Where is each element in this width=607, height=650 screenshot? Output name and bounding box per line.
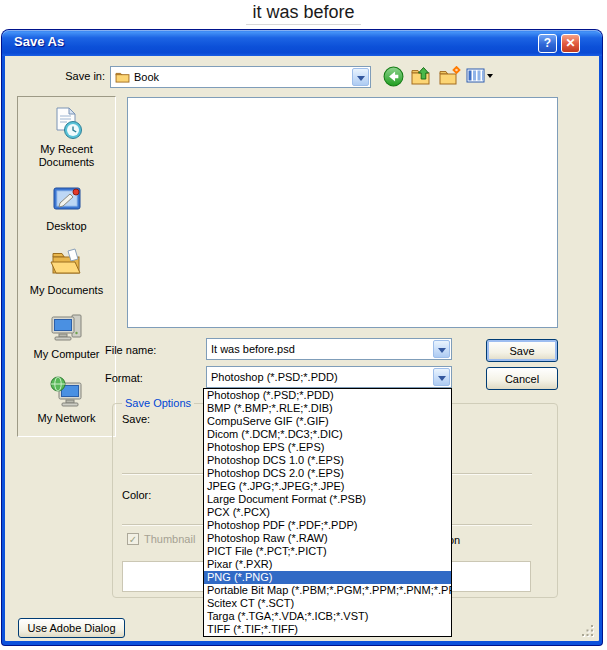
thumbnail-label: Thumbnail [144, 533, 195, 545]
thumbnail-checkbox: ✓ [127, 533, 139, 545]
format-option[interactable]: PICT File (*.PCT;*.PICT) [204, 545, 451, 558]
format-option[interactable]: Photoshop EPS (*.EPS) [204, 441, 451, 454]
my-network-icon [49, 375, 85, 409]
save-in-label: Save in: [33, 70, 105, 82]
format-option[interactable]: Photoshop Raw (*.RAW) [204, 532, 451, 545]
folder-icon [115, 71, 130, 83]
view-menu-icon[interactable] [465, 64, 495, 88]
resize-grip-icon[interactable] [581, 624, 595, 638]
format-option[interactable]: Photoshop DCS 1.0 (*.EPS) [204, 454, 451, 467]
save-button[interactable]: Save [486, 339, 558, 362]
format-value: Photoshop (*.PSD;*.PDD) [211, 371, 338, 383]
format-option[interactable]: PNG (*.PNG) [204, 571, 451, 584]
places-bar: My Recent Documents Desktop My Documents… [17, 96, 116, 437]
chevron-down-icon[interactable] [352, 68, 369, 86]
format-option[interactable]: Pixar (*.PXR) [204, 558, 451, 571]
format-option[interactable]: Portable Bit Map (*.PBM;*.PGM;*.PPM;*.PN… [204, 584, 451, 597]
format-dropdown-list: Photoshop (*.PSD;*.PDD)BMP (*.BMP;*.RLE;… [203, 388, 452, 637]
sidebar-item-label: Desktop [46, 220, 86, 233]
format-option[interactable]: Dicom (*.DCM;*.DC3;*.DIC) [204, 428, 451, 441]
format-option[interactable]: Targa (*.TGA;*.VDA;*.ICB;*.VST) [204, 610, 451, 623]
save-as-dialog: Save As ? ✕ Save in: Book [2, 30, 602, 645]
format-option[interactable]: BMP (*.BMP;*.RLE;*.DIB) [204, 402, 451, 415]
page-title: it was before [0, 2, 607, 25]
file-name-input[interactable] [206, 338, 452, 360]
format-combobox[interactable]: Photoshop (*.PSD;*.PDD) [206, 366, 452, 388]
format-option[interactable]: Photoshop (*.PSD;*.PDD) [204, 389, 451, 402]
sidebar-item-my-computer[interactable]: My Computer [21, 311, 113, 361]
file-name-field[interactable] [211, 340, 429, 358]
dialog-title: Save As [14, 34, 64, 49]
sidebar-item-my-recent-documents[interactable]: My Recent Documents [21, 106, 113, 169]
save-in-value: Book [134, 67, 159, 87]
create-new-folder-icon[interactable] [438, 64, 462, 88]
sidebar-item-label: My Documents [30, 284, 103, 297]
format-option[interactable]: Photoshop DCS 2.0 (*.EPS) [204, 467, 451, 480]
format-label: Format: [105, 372, 143, 384]
sidebar-item-label: My Network [37, 412, 95, 425]
save-sub-label: Save: [122, 413, 150, 425]
dialog-body: Save in: Book My Recent Documents [5, 56, 599, 641]
format-option[interactable]: JPEG (*.JPG;*.JPEG;*.JPE) [204, 480, 451, 493]
close-icon[interactable]: ✕ [561, 34, 580, 53]
sidebar-item-my-documents[interactable]: My Documents [21, 247, 113, 297]
sidebar-item-my-network[interactable]: My Network [21, 375, 113, 425]
file-name-label: File name: [105, 344, 156, 356]
use-adobe-dialog-button[interactable]: Use Adobe Dialog [18, 618, 125, 638]
sidebar-item-desktop[interactable]: Desktop [21, 183, 113, 233]
format-option[interactable]: Large Document Format (*.PSB) [204, 493, 451, 506]
format-option[interactable]: PCX (*.PCX) [204, 506, 451, 519]
help-icon[interactable]: ? [538, 34, 557, 53]
color-sub-label: Color: [122, 489, 151, 501]
format-option[interactable]: TIFF (*.TIF;*.TIFF) [204, 623, 451, 636]
sidebar-item-label: My Computer [33, 348, 99, 361]
desktop-icon [50, 183, 84, 217]
chevron-down-icon[interactable] [433, 340, 450, 358]
back-icon[interactable] [381, 64, 405, 88]
recent-documents-icon [50, 106, 84, 140]
format-option[interactable]: CompuServe GIF (*.GIF) [204, 415, 451, 428]
file-list-area[interactable] [127, 97, 558, 328]
my-computer-icon [49, 311, 85, 345]
dialog-titlebar[interactable]: Save As ? ✕ [2, 30, 602, 56]
format-option[interactable]: Scitex CT (*.SCT) [204, 597, 451, 610]
save-options-title: Save Options [122, 397, 194, 409]
my-documents-icon [49, 247, 85, 281]
up-one-level-icon[interactable] [410, 64, 434, 88]
save-in-combobox[interactable]: Book [110, 66, 371, 88]
format-option[interactable]: Photoshop PDF (*.PDF;*.PDP) [204, 519, 451, 532]
sidebar-item-label: My Recent Documents [21, 143, 113, 169]
chevron-down-icon[interactable] [433, 368, 450, 386]
cancel-button[interactable]: Cancel [486, 367, 558, 390]
